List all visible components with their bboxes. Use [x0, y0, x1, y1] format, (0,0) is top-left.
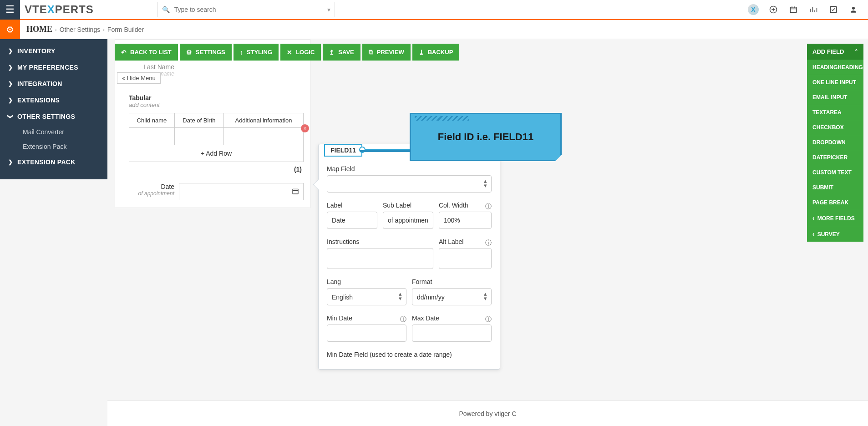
- hamburger-icon: ☰: [5, 4, 15, 15]
- breadcrumb-seg2[interactable]: Form Builder: [107, 26, 144, 33]
- breadcrumb-seg1[interactable]: Other Settings: [60, 26, 101, 33]
- secondary-bar: ⚙ HOME › Other Settings › Form Builder: [0, 20, 868, 39]
- logo[interactable]: VTEXPERTS: [25, 0, 94, 20]
- calendar-icon[interactable]: [788, 4, 799, 15]
- logo-text: VTEXPERTS: [25, 3, 94, 16]
- search-icon: 🔍: [162, 6, 170, 13]
- gear-icon: ⚙: [6, 24, 14, 35]
- chart-icon[interactable]: [808, 4, 819, 15]
- checklist-icon[interactable]: [828, 4, 839, 15]
- svg-rect-3: [790, 7, 797, 13]
- add-icon[interactable]: [768, 4, 779, 15]
- header-right: X: [748, 4, 868, 15]
- user-icon[interactable]: [848, 4, 859, 15]
- chevron-right-icon: ›: [103, 27, 105, 32]
- breadcrumb: HOME › Other Settings › Form Builder: [26, 25, 144, 34]
- chevron-right-icon: ›: [55, 27, 57, 32]
- svg-point-12: [852, 7, 855, 10]
- hamburger-button[interactable]: ☰: [0, 0, 20, 20]
- breadcrumb-home[interactable]: HOME: [26, 25, 52, 34]
- global-search: 🔍 ▾: [157, 2, 335, 17]
- chevron-down-icon[interactable]: ▾: [327, 6, 330, 13]
- search-input[interactable]: [157, 2, 335, 17]
- settings-gear-button[interactable]: ⚙: [0, 20, 20, 39]
- app-badge-icon[interactable]: X: [748, 4, 759, 15]
- top-header: ☰ VTEXPERTS 🔍 ▾ X: [0, 0, 868, 20]
